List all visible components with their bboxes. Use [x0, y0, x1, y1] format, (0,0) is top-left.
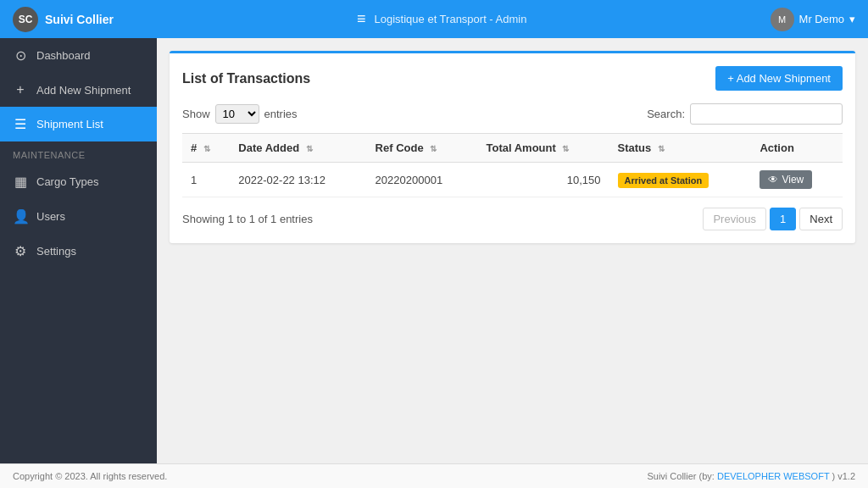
sidebar-item-users[interactable]: 👤 Users: [0, 199, 157, 234]
sidebar-item-users-label: Users: [36, 210, 65, 223]
credit-suffix: ) v1.2: [832, 471, 855, 481]
card-header: List of Transactions + Add New Shipment: [182, 66, 843, 91]
user-dropdown-icon: ▾: [849, 13, 855, 25]
footer: Copyright © 2023. All rights reserved. S…: [0, 463, 868, 488]
col-total-amount[interactable]: Total Amount ⇅: [477, 134, 609, 163]
sidebar-item-add-shipment[interactable]: + Add New Shipment: [0, 73, 157, 107]
sort-ref-icon: ⇅: [430, 144, 437, 153]
col-num[interactable]: # ⇅: [182, 134, 230, 163]
sidebar-item-add-shipment-label: Add New Shipment: [36, 84, 131, 97]
entries-select[interactable]: 10 25 50 100: [215, 104, 259, 124]
table-controls: Show 10 25 50 100 entries Search:: [182, 103, 843, 125]
page-1-button[interactable]: 1: [770, 208, 796, 230]
credit-prefix: Suivi Collier (by:: [647, 471, 717, 481]
entries-label: entries: [264, 108, 298, 120]
sidebar-item-shipment-list[interactable]: ☰ Shipment List: [0, 107, 157, 141]
sidebar-item-dashboard-label: Dashboard: [36, 49, 91, 62]
col-ref-code[interactable]: Ref Code ⇅: [367, 134, 478, 163]
cell-total-amount: 10,150: [477, 163, 609, 197]
sort-num-icon: ⇅: [203, 144, 210, 153]
col-status[interactable]: Status ⇅: [609, 134, 752, 163]
col-date-added[interactable]: Date Added ⇅: [230, 134, 366, 163]
users-icon: 👤: [13, 208, 28, 225]
status-badge: Arrived at Station: [618, 173, 709, 188]
sidebar-item-cargo-types[interactable]: ▦ Cargo Types: [0, 164, 157, 199]
cell-status: Arrived at Station: [609, 163, 752, 197]
sidebar-item-dashboard[interactable]: ⊙ Dashboard: [0, 38, 157, 73]
previous-button[interactable]: Previous: [703, 208, 766, 230]
cell-ref-code: 20220200001: [367, 163, 478, 197]
next-button[interactable]: Next: [799, 208, 843, 230]
view-button[interactable]: 👁 View: [760, 170, 812, 189]
transactions-table: # ⇅ Date Added ⇅ Ref Code ⇅ Total Amou: [182, 133, 843, 197]
layout: ⊙ Dashboard + Add New Shipment ☰ Shipmen…: [0, 38, 868, 463]
list-icon: ☰: [13, 116, 28, 132]
sidebar-item-shipment-list-label: Shipment List: [36, 118, 103, 130]
cell-num: 1: [182, 163, 230, 197]
navbar: SC Suivi Collier ≡ Logistique et Transpo…: [0, 0, 868, 38]
copyright: Copyright © 2023. All rights reserved.: [13, 471, 167, 481]
credit: Suivi Collier (by: DEVELOPHER WEBSOFT ) …: [647, 471, 855, 481]
view-label: View: [782, 174, 804, 186]
sort-status-icon: ⇅: [658, 144, 665, 153]
search-input[interactable]: [690, 103, 843, 125]
user-avatar: M: [771, 8, 794, 31]
sidebar-item-settings-label: Settings: [36, 245, 76, 258]
user-name: Mr Demo: [799, 13, 844, 25]
sort-date-icon: ⇅: [306, 144, 313, 153]
navbar-title: Logistique et Transport - Admin: [375, 13, 527, 25]
brand-label: Suivi Collier: [45, 13, 114, 26]
sidebar: ⊙ Dashboard + Add New Shipment ☰ Shipmen…: [0, 38, 157, 463]
transactions-card: List of Transactions + Add New Shipment …: [170, 51, 855, 243]
col-action: Action: [751, 134, 843, 163]
user-menu[interactable]: M Mr Demo ▾: [771, 8, 855, 31]
show-label: Show: [182, 108, 210, 120]
search-box: Search:: [647, 103, 843, 125]
cell-date-added: 2022-02-22 13:12: [230, 163, 366, 197]
pagination: Previous 1 Next: [703, 208, 843, 230]
eye-icon: 👁: [768, 174, 778, 186]
cell-action: 👁 View: [751, 163, 843, 197]
brand: SC Suivi Collier: [13, 7, 114, 32]
sidebar-item-cargo-types-label: Cargo Types: [36, 175, 98, 188]
sidebar-item-settings[interactable]: ⚙ Settings: [0, 234, 157, 269]
search-label: Search:: [647, 108, 685, 120]
add-icon: +: [13, 82, 28, 97]
maintenance-section-label: Maintenance: [0, 141, 157, 164]
card-title: List of Transactions: [182, 71, 310, 86]
hamburger-icon[interactable]: ≡: [357, 10, 366, 28]
cargo-icon: ▦: [13, 174, 28, 190]
pagination-area: Showing 1 to 1 of 1 entries Previous 1 N…: [182, 208, 843, 230]
showing-text: Showing 1 to 1 of 1 entries: [182, 213, 313, 225]
sort-amount-icon: ⇅: [562, 144, 569, 153]
add-new-shipment-button[interactable]: + Add New Shipment: [715, 66, 843, 91]
brand-avatar: SC: [13, 7, 38, 32]
navbar-center: ≡ Logistique et Transport - Admin: [114, 10, 771, 28]
credit-link[interactable]: DEVELOPHER WEBSOFT: [717, 471, 829, 481]
settings-icon: ⚙: [13, 243, 28, 259]
table-row: 1 2022-02-22 13:12 20220200001 10,150 Ar…: [182, 163, 843, 197]
main-content: List of Transactions + Add New Shipment …: [157, 38, 868, 463]
dashboard-icon: ⊙: [13, 47, 28, 64]
show-entries: Show 10 25 50 100 entries: [182, 104, 298, 124]
